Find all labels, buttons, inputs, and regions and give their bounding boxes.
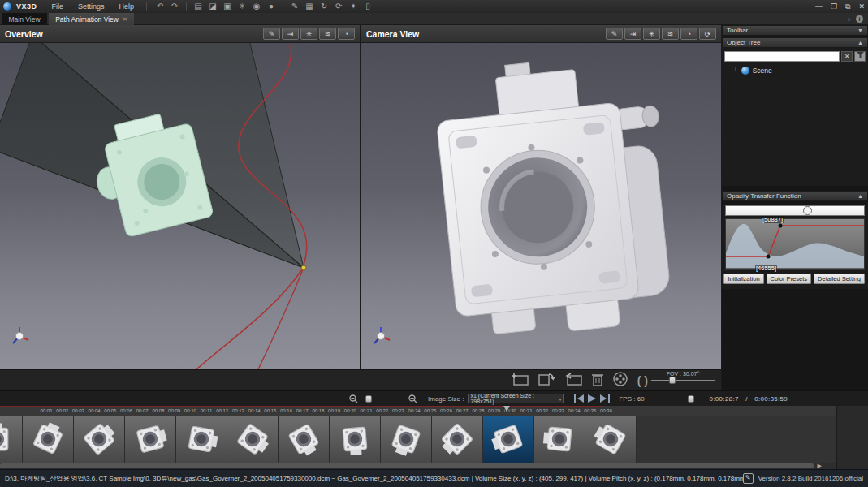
timeline-ruler[interactable]: 00:0100:0200:0300:0400:0500:0600:0700:08… (0, 407, 868, 416)
timeline-thumbnails[interactable] (0, 416, 836, 463)
paint-icon[interactable]: ✎ (289, 1, 300, 12)
detailed-setting-button[interactable]: Detailed Setting (814, 274, 865, 284)
object-tree-panel-header[interactable]: Object Tree ▲ (722, 37, 868, 48)
filter-icon[interactable] (854, 51, 866, 62)
skip-back-button[interactable] (574, 394, 584, 403)
rotate-view-icon[interactable]: ⟳ (699, 28, 716, 40)
snapshot-icon[interactable]: ✳ (236, 1, 248, 12)
timeline-thumbnail[interactable] (432, 416, 483, 463)
tab-path-animation-view[interactable]: Path Animation View ✕ (49, 13, 134, 25)
timeline-thumbnail[interactable] (0, 416, 23, 463)
timeline-scrollbar[interactable]: ▶ (0, 463, 836, 469)
previous-keyframe-icon[interactable] (564, 373, 582, 389)
tree-branch: └ (733, 67, 738, 75)
fov-slider[interactable] (651, 377, 715, 384)
update-keyframe-icon[interactable] (538, 372, 555, 390)
overview-viewport[interactable]: Overview ✎⇥✳≋◔ (0, 25, 360, 369)
timeline-thumbnail[interactable] (330, 416, 381, 463)
status-bar: D:\3. 마케팅팀_산업용 영업\3.6. CT Sample Img\0. … (0, 469, 868, 487)
camera-canvas[interactable] (361, 43, 721, 369)
delete-icon[interactable] (592, 373, 603, 390)
fps-slider-thumb[interactable] (688, 395, 694, 403)
otf-color-bar[interactable] (725, 205, 865, 216)
export-view-icon[interactable]: ⇥ (624, 28, 641, 40)
timeline-thumbnail[interactable] (227, 416, 279, 463)
layers-icon[interactable]: ≋ (319, 28, 336, 40)
initialization-button[interactable]: Initialization (723, 274, 763, 284)
camera-viewport[interactable]: Camera View ✎⇥✳≋◔⟳ (361, 25, 721, 369)
menu-settings[interactable]: Settings (73, 2, 110, 11)
minimize-icon[interactable]: — (815, 2, 823, 11)
camera-position-dot[interactable] (301, 265, 306, 270)
report-icon[interactable]: ▯ (362, 1, 374, 12)
timeline-playhead[interactable] (503, 406, 510, 412)
fps-slider[interactable] (649, 395, 696, 403)
timeline-thumbnail[interactable] (483, 416, 534, 463)
effect-icon[interactable]: ✳ (300, 28, 317, 40)
save-icon[interactable]: ▣ (222, 1, 233, 12)
version-text: Version 2.8.2 Build 20161206.official (758, 475, 863, 482)
tab-main-view[interactable]: Main View (2, 13, 47, 25)
timeline-thumbnail[interactable] (74, 416, 125, 463)
add-keyframe-icon[interactable] (511, 373, 529, 389)
scroll-right-icon[interactable]: ▶ (818, 463, 822, 469)
refresh-icon[interactable]: ↻ (318, 1, 330, 12)
export-view-icon[interactable]: ⇥ (282, 28, 299, 40)
timeline-thumbnail[interactable] (176, 416, 227, 463)
timeline-zoom-slider[interactable] (362, 395, 404, 403)
play-button[interactable] (588, 394, 596, 403)
timeline-zoom-thumb[interactable] (365, 395, 372, 403)
edit-path-icon[interactable]: ✎ (263, 28, 280, 40)
gas-governor-model (361, 43, 721, 369)
rotate-icon[interactable]: ⟳ (333, 1, 344, 12)
otf-histogram[interactable]: [50887] [46555] (725, 218, 865, 270)
history-icon[interactable]: ◔ (680, 28, 697, 40)
zoom-in-icon[interactable] (408, 394, 417, 403)
menu-help[interactable]: Help (114, 2, 140, 11)
timeline-thumbnail[interactable] (534, 416, 585, 463)
history-icon[interactable]: ◔ (338, 28, 355, 40)
layers-icon[interactable]: ≋ (662, 28, 679, 40)
zoom-out-icon[interactable] (349, 394, 358, 403)
popout-icon[interactable]: ⧉ (845, 2, 850, 11)
timeline[interactable]: 00:0100:0200:0300:0400:0500:0600:0700:08… (0, 406, 868, 469)
otf-color-knob[interactable] (803, 206, 812, 215)
timeline-scrollbar-thumb[interactable] (0, 463, 814, 468)
object-tree-search-input[interactable] (724, 51, 840, 62)
close-icon[interactable]: ✕ (858, 2, 865, 11)
import-icon[interactable]: ◪ (207, 1, 218, 12)
tab-info-icon[interactable]: i (856, 15, 863, 23)
volume-icon[interactable]: ● (266, 1, 277, 12)
otf-panel-header[interactable]: Opacity Transfer Function ▲ (722, 191, 868, 201)
color-presets-button[interactable]: Color Presets (767, 274, 811, 284)
toolbar-panel-header[interactable]: Toolbar ▼ (722, 25, 868, 36)
clear-search-icon[interactable]: ✕ (841, 51, 853, 62)
menu-file[interactable]: File (47, 2, 69, 11)
timeline-thumbnail[interactable] (125, 416, 176, 463)
skip-forward-button[interactable] (600, 394, 610, 403)
tree-item-scene[interactable]: └ Scene (722, 64, 868, 75)
measure-icon[interactable]: ✦ (348, 1, 359, 12)
effect-icon[interactable]: ✳ (643, 28, 660, 40)
timeline-thumbnail[interactable] (23, 416, 74, 463)
timeline-thumbnail[interactable] (279, 416, 330, 463)
tab-scroll-right-icon[interactable]: › (848, 15, 850, 24)
overview-header: Overview ✎⇥✳≋◔ (0, 25, 360, 43)
edit-path-icon[interactable]: ✎ (606, 28, 623, 40)
movie-export-icon[interactable] (613, 372, 628, 390)
restore-icon[interactable]: ❐ (831, 2, 837, 11)
overview-canvas[interactable] (0, 43, 360, 369)
edit-note-icon[interactable]: ✎ (743, 473, 754, 484)
timeline-thumbnail[interactable] (381, 416, 432, 463)
grid-icon[interactable]: ▦ (304, 1, 315, 12)
timeline-tick-label: 00:36 (600, 408, 612, 413)
loop-mode-icon[interactable]: ( ) (637, 374, 648, 387)
fov-slider-thumb[interactable] (669, 377, 676, 384)
tab-close-icon[interactable]: ✕ (123, 16, 127, 23)
open-icon[interactable]: ▤ (192, 1, 204, 12)
undo-icon[interactable]: ↶ (154, 1, 166, 12)
camera-icon[interactable]: ◉ (251, 1, 262, 12)
redo-icon[interactable]: ↷ (169, 1, 180, 12)
timeline-thumbnail[interactable] (585, 416, 637, 463)
image-size-dropdown[interactable]: x1 (Current Screen Size : 798x751) ▾ (468, 394, 564, 403)
